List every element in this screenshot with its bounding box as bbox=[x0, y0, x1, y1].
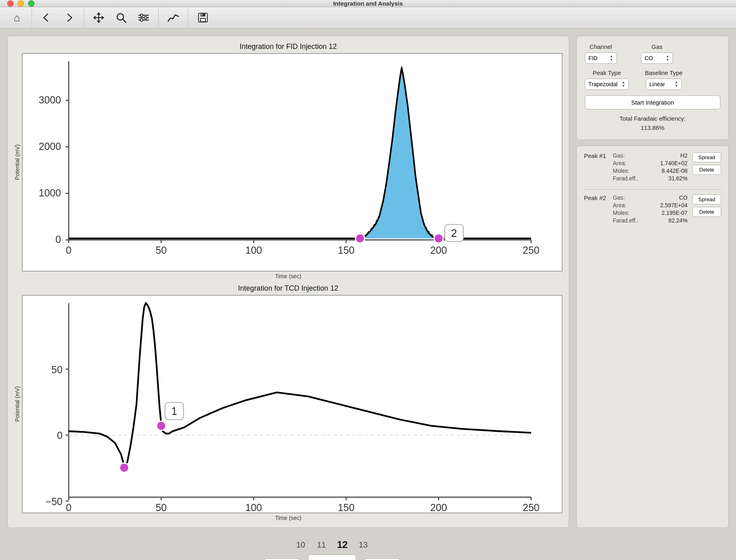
peak1-block: Peak #1 Gas: H2 Area: 1.740E+02 Moles: 8 bbox=[584, 152, 721, 183]
efficiency-display: Total Faradaic efficiency: 113.86% bbox=[585, 114, 720, 132]
peak1-buttons: Spread Delete bbox=[692, 152, 721, 175]
fid-chart-wrapper: Potential (mV) 0 1000 2000 3000 bbox=[14, 53, 562, 271]
zoom-button[interactable] bbox=[111, 7, 132, 28]
toolbar: ⌂ bbox=[0, 7, 736, 28]
peak1-farad-row: Farad.eff.: 31.62% bbox=[613, 175, 687, 182]
close-button[interactable] bbox=[7, 0, 14, 7]
peaks-section: Peak #1 Gas: H2 Area: 1.740E+02 Moles: 8 bbox=[576, 146, 729, 528]
bottom-area: 10 11 12 13 Go Write Output bbox=[0, 535, 736, 560]
peak1-area-val: 1.740E+02 bbox=[660, 160, 687, 166]
right-panel: Channel FID ▲▼ Gas CO ▲▼ Peak Type bbox=[576, 36, 729, 528]
svg-text:200: 200 bbox=[430, 502, 447, 513]
peak2-farad-val: 82.24% bbox=[669, 217, 687, 224]
peak1-moles-val: 8.442E-08 bbox=[661, 168, 687, 174]
page-13[interactable]: 13 bbox=[357, 540, 370, 550]
channel-group: Channel FID ▲▼ bbox=[585, 43, 617, 64]
peak1-gas-row: Gas: H2 bbox=[613, 152, 687, 159]
peak2-area-val: 2.597E+04 bbox=[660, 202, 687, 208]
peak1-gas-key: Gas: bbox=[613, 152, 625, 159]
tcd-chart-title: Integration for TCD Injection 12 bbox=[238, 284, 339, 293]
svg-rect-11 bbox=[201, 19, 205, 21]
gas-group: Gas CO ▲▼ bbox=[641, 43, 673, 64]
svg-text:100: 100 bbox=[245, 502, 262, 513]
peak-type-select[interactable]: Trapezoidal ▲▼ bbox=[585, 79, 629, 90]
page-12-active[interactable]: 12 bbox=[336, 539, 349, 550]
peak2-delete-button[interactable]: Delete bbox=[692, 207, 721, 217]
peak1-area-row: Area: 1.740E+02 bbox=[613, 160, 687, 166]
start-integration-button[interactable]: Start Integration bbox=[585, 95, 720, 109]
svg-text:250: 250 bbox=[523, 245, 539, 256]
title-bar: Integration and Analysis bbox=[0, 0, 736, 7]
peak2-gas-row: Gas: CO bbox=[613, 194, 687, 201]
channel-arrows: ▲▼ bbox=[610, 55, 613, 62]
svg-text:2000: 2000 bbox=[39, 141, 61, 152]
toolbar-separator-3 bbox=[158, 8, 159, 27]
svg-text:100: 100 bbox=[245, 245, 262, 256]
baseline-type-value: Linear bbox=[649, 81, 665, 87]
home-button[interactable]: ⌂ bbox=[6, 7, 27, 28]
peak1-moles-row: Moles: 8.442E-08 bbox=[613, 168, 687, 174]
minimize-button[interactable] bbox=[18, 0, 24, 7]
window-controls bbox=[7, 0, 34, 7]
peak2-moles-row: Moles: 2.195E-07 bbox=[613, 210, 687, 216]
gas-select[interactable]: CO ▲▼ bbox=[641, 53, 673, 64]
main-content: Integration for FID Injection 12 Potenti… bbox=[0, 28, 736, 535]
gas-value: CO bbox=[645, 55, 653, 61]
svg-text:0: 0 bbox=[66, 245, 71, 256]
peak1-spread-button[interactable]: Spread bbox=[692, 152, 721, 162]
efficiency-value: 113.86% bbox=[641, 124, 664, 131]
peak1-gas-val: H2 bbox=[680, 152, 687, 159]
tcd-chart-svg: −50 0 50 0 50 100 150 200 bbox=[22, 295, 562, 513]
nav-row: Go bbox=[264, 553, 400, 560]
toolbar-separator-4 bbox=[188, 8, 189, 27]
svg-text:250: 250 bbox=[523, 502, 539, 513]
pagination-numbers: 10 11 12 13 bbox=[294, 535, 370, 553]
svg-text:2: 2 bbox=[451, 227, 457, 239]
peak1-moles-key: Moles: bbox=[613, 168, 629, 174]
svg-text:150: 150 bbox=[338, 502, 355, 513]
fid-chart-title: Integration for FID Injection 12 bbox=[239, 42, 337, 51]
go-input-group: Go bbox=[308, 554, 356, 560]
svg-text:0: 0 bbox=[55, 234, 61, 245]
svg-text:3000: 3000 bbox=[39, 94, 61, 105]
tcd-y-label: Potential (mV) bbox=[14, 295, 20, 513]
svg-text:−50: −50 bbox=[46, 496, 63, 507]
tcd-x-label: Time (sec) bbox=[275, 515, 302, 521]
peak1-delete-button[interactable]: Delete bbox=[692, 165, 721, 175]
channel-gas-row: Channel FID ▲▼ Gas CO ▲▼ bbox=[585, 43, 720, 64]
channel-select[interactable]: FID ▲▼ bbox=[585, 53, 617, 64]
go-page-input[interactable] bbox=[308, 554, 356, 560]
back-button[interactable] bbox=[36, 7, 57, 28]
svg-line-1 bbox=[123, 19, 126, 22]
page-11[interactable]: 11 bbox=[315, 540, 328, 550]
svg-text:0: 0 bbox=[57, 430, 63, 441]
efficiency-label: Total Faradaic efficiency: bbox=[620, 115, 686, 122]
next-page-button[interactable] bbox=[364, 558, 400, 560]
peak1-farad-val: 31.62% bbox=[669, 175, 687, 182]
peak2-area-key: Area: bbox=[613, 202, 626, 208]
peak2-spread-button[interactable]: Spread bbox=[692, 194, 721, 204]
save-button[interactable] bbox=[193, 7, 213, 28]
prev-page-button[interactable] bbox=[264, 558, 300, 560]
page-10[interactable]: 10 bbox=[294, 540, 307, 550]
peak-type-group: Peak Type Trapezoidal ▲▼ bbox=[585, 69, 629, 90]
peak2-block: Peak #2 Gas: CO Area: 2.597E+04 Moles: 2 bbox=[584, 194, 721, 225]
peak2-farad-key: Farad.eff.: bbox=[613, 217, 639, 224]
gas-label: Gas bbox=[651, 43, 663, 50]
svg-text:50: 50 bbox=[156, 245, 167, 256]
baseline-type-select[interactable]: Linear ▲▼ bbox=[646, 79, 682, 90]
charts-panel: Integration for FID Injection 12 Potenti… bbox=[7, 36, 569, 528]
chart-button[interactable] bbox=[163, 7, 184, 28]
channel-label: Channel bbox=[590, 43, 612, 50]
svg-text:50: 50 bbox=[156, 502, 167, 513]
settings-button[interactable] bbox=[133, 7, 154, 28]
bottom-row: 10 11 12 13 Go Write Output bbox=[0, 535, 736, 560]
peak2-moles-val: 2.195E-07 bbox=[661, 210, 687, 216]
maximize-button[interactable] bbox=[28, 0, 34, 7]
forward-button[interactable] bbox=[59, 7, 79, 28]
move-button[interactable] bbox=[88, 7, 109, 28]
svg-text:200: 200 bbox=[430, 245, 447, 256]
bottom-left: 10 11 12 13 Go bbox=[0, 535, 664, 560]
peak2-gas-val: CO bbox=[679, 194, 687, 201]
peak1-details: Gas: H2 Area: 1.740E+02 Moles: 8.442E-08 bbox=[613, 152, 687, 183]
